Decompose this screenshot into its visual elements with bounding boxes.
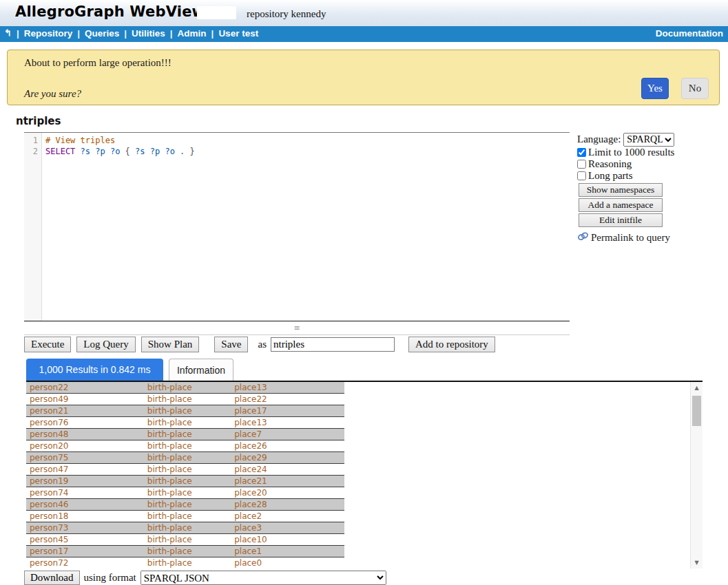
subject-cell[interactable]: person46 bbox=[26, 499, 144, 511]
predicate-cell[interactable]: birth-place bbox=[144, 476, 231, 487]
subject-cell[interactable]: person18 bbox=[26, 511, 144, 522]
predicate-cell[interactable]: birth-place bbox=[144, 440, 231, 452]
yes-button[interactable]: Yes bbox=[641, 78, 669, 99]
tab-information[interactable]: Information bbox=[169, 359, 233, 381]
predicate-cell[interactable]: birth-place bbox=[144, 452, 231, 464]
table-row[interactable]: person18 birth-place place2 bbox=[26, 511, 344, 522]
table-row[interactable]: person49 birth-place place22 bbox=[26, 394, 344, 405]
log-query-button[interactable]: Log Query bbox=[76, 337, 135, 352]
predicate-cell[interactable]: birth-place bbox=[144, 429, 231, 440]
predicate-cell[interactable]: birth-place bbox=[144, 417, 231, 429]
object-cell[interactable]: place2 bbox=[231, 511, 344, 522]
format-select[interactable]: SPARQL JSON bbox=[141, 571, 386, 585]
results-scrollbar[interactable]: ▲ ▼ bbox=[690, 382, 703, 568]
predicate-cell[interactable]: birth-place bbox=[144, 511, 231, 522]
table-row[interactable]: person72 birth-place place0 bbox=[26, 557, 344, 569]
nav-item-documentation[interactable]: Documentation bbox=[656, 28, 723, 39]
code-lines[interactable]: # View triplesSELECT ?s ?p ?o { ?s ?p ?o… bbox=[42, 133, 195, 321]
save-name-input[interactable] bbox=[271, 337, 395, 352]
predicate-cell[interactable]: birth-place bbox=[144, 522, 231, 534]
back-arrow-icon[interactable]: ↰ bbox=[4, 28, 12, 38]
predicate-cell[interactable]: birth-place bbox=[144, 464, 231, 476]
predicate-cell[interactable]: birth-place bbox=[144, 382, 231, 394]
reasoning-checkbox[interactable] bbox=[577, 160, 586, 169]
save-button[interactable]: Save bbox=[214, 337, 248, 352]
subject-cell[interactable]: person21 bbox=[26, 405, 144, 417]
download-button[interactable]: Download bbox=[24, 571, 80, 585]
predicate-cell[interactable]: birth-place bbox=[144, 557, 231, 569]
table-row[interactable]: person45 birth-place place10 bbox=[26, 534, 344, 546]
tab-results[interactable]: 1,000 Results in 0.842 ms bbox=[26, 359, 163, 381]
object-cell[interactable]: place22 bbox=[231, 394, 344, 405]
nav-item-utilities[interactable]: Utilities bbox=[132, 28, 165, 39]
object-cell[interactable]: place13 bbox=[231, 417, 344, 429]
table-row[interactable]: person48 birth-place place7 bbox=[26, 429, 344, 440]
scrollbar-thumb[interactable] bbox=[692, 396, 701, 426]
subject-cell[interactable]: person75 bbox=[26, 452, 144, 464]
predicate-cell[interactable]: birth-place bbox=[144, 405, 231, 417]
nav-item-queries[interactable]: Queries bbox=[85, 28, 119, 39]
table-row[interactable]: person21 birth-place place17 bbox=[26, 405, 344, 417]
table-row[interactable]: person17 birth-place place1 bbox=[26, 546, 344, 557]
subject-cell[interactable]: person76 bbox=[26, 417, 144, 429]
long-parts-option[interactable]: Long parts bbox=[577, 170, 687, 182]
table-row[interactable]: person73 birth-place place3 bbox=[26, 522, 344, 534]
object-cell[interactable]: place24 bbox=[231, 464, 344, 476]
predicate-cell[interactable]: birth-place bbox=[144, 534, 231, 546]
table-row[interactable]: person76 birth-place place13 bbox=[26, 417, 344, 429]
editor-resize-handle[interactable]: ≡ bbox=[24, 321, 570, 335]
object-cell[interactable]: place20 bbox=[231, 487, 344, 499]
no-button[interactable]: No bbox=[681, 78, 709, 99]
permalink-link[interactable]: Permalink to query bbox=[577, 231, 687, 244]
edit-initfile-button[interactable]: Edit initfile bbox=[579, 213, 663, 227]
object-cell[interactable]: place29 bbox=[231, 452, 344, 464]
subject-cell[interactable]: person22 bbox=[26, 382, 144, 394]
table-row[interactable]: person74 birth-place place20 bbox=[26, 487, 344, 499]
nav-item-user-test[interactable]: User test bbox=[218, 28, 258, 39]
table-row[interactable]: person47 birth-place place24 bbox=[26, 464, 344, 476]
subject-cell[interactable]: person48 bbox=[26, 429, 144, 440]
object-cell[interactable]: place1 bbox=[231, 546, 344, 557]
table-row[interactable]: person20 birth-place place26 bbox=[26, 440, 344, 452]
limit-results-checkbox[interactable] bbox=[577, 148, 586, 157]
nav-item-admin[interactable]: Admin bbox=[178, 28, 207, 39]
predicate-cell[interactable]: birth-place bbox=[144, 499, 231, 511]
nav-item-repository[interactable]: Repository bbox=[24, 28, 73, 39]
object-cell[interactable]: place26 bbox=[231, 440, 344, 452]
object-cell[interactable]: place13 bbox=[231, 382, 344, 394]
object-cell[interactable]: place10 bbox=[231, 534, 344, 546]
table-row[interactable]: person19 birth-place place21 bbox=[26, 476, 344, 487]
subject-cell[interactable]: person74 bbox=[26, 487, 144, 499]
object-cell[interactable]: place17 bbox=[231, 405, 344, 417]
subject-cell[interactable]: person47 bbox=[26, 464, 144, 476]
object-cell[interactable]: place28 bbox=[231, 499, 344, 511]
subject-cell[interactable]: person45 bbox=[26, 534, 144, 546]
limit-results-option[interactable]: Limit to 1000 results bbox=[577, 147, 687, 158]
object-cell[interactable]: place7 bbox=[231, 429, 344, 440]
subject-cell[interactable]: person72 bbox=[26, 557, 144, 569]
subject-cell[interactable]: person49 bbox=[26, 394, 144, 405]
add-to-repository-button[interactable]: Add to repository bbox=[408, 337, 495, 352]
object-cell[interactable]: place21 bbox=[231, 476, 344, 487]
object-cell[interactable]: place0 bbox=[231, 557, 344, 569]
execute-button[interactable]: Execute bbox=[24, 337, 71, 352]
scroll-down-icon[interactable]: ▼ bbox=[691, 557, 703, 568]
predicate-cell[interactable]: birth-place bbox=[144, 394, 231, 405]
reasoning-option[interactable]: Reasoning bbox=[577, 158, 687, 170]
object-cell[interactable]: place3 bbox=[231, 522, 344, 534]
show-namespaces-button[interactable]: Show namespaces bbox=[579, 183, 663, 197]
table-row[interactable]: person46 birth-place place28 bbox=[26, 499, 344, 511]
language-select[interactable]: SPARQL bbox=[623, 133, 674, 147]
subject-cell[interactable]: person20 bbox=[26, 440, 144, 452]
predicate-cell[interactable]: birth-place bbox=[144, 546, 231, 557]
add-namespace-button[interactable]: Add a namespace bbox=[579, 198, 663, 212]
subject-cell[interactable]: person19 bbox=[26, 476, 144, 487]
query-editor[interactable]: 1 2 # View triplesSELECT ?s ?p ?o { ?s ?… bbox=[24, 132, 570, 322]
table-row[interactable]: person75 birth-place place29 bbox=[26, 452, 344, 464]
subject-cell[interactable]: person17 bbox=[26, 546, 144, 557]
scroll-up-icon[interactable]: ▲ bbox=[691, 383, 703, 393]
show-plan-button[interactable]: Show Plan bbox=[141, 337, 200, 352]
long-parts-checkbox[interactable] bbox=[577, 171, 586, 180]
predicate-cell[interactable]: birth-place bbox=[144, 487, 231, 499]
table-row[interactable]: person22 birth-place place13 bbox=[26, 382, 344, 394]
